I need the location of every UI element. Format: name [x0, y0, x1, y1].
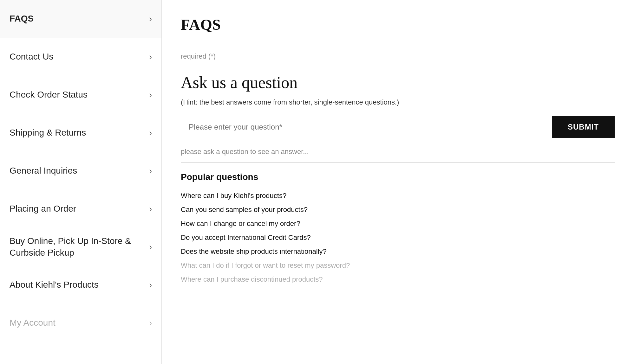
- page-title: FAQS: [181, 16, 615, 33]
- sidebar-item-label: General Inquiries: [10, 165, 77, 176]
- sidebar-item-general-inquiries[interactable]: General Inquiries›: [0, 152, 161, 190]
- sidebar-item-contact-us[interactable]: Contact Us›: [0, 38, 161, 76]
- sidebar-item-about-kiehls[interactable]: About Kiehl's Products›: [0, 266, 161, 304]
- answer-placeholder: please ask a question to see an answer..…: [181, 148, 615, 163]
- popular-question-item[interactable]: Does the website ship products internati…: [181, 247, 615, 256]
- popular-question-item[interactable]: Do you accept International Credit Cards…: [181, 233, 615, 242]
- sidebar-item-label: Shipping & Returns: [10, 127, 86, 138]
- question-form: SUBMIT: [181, 116, 615, 138]
- chevron-right-icon: ›: [149, 52, 152, 62]
- submit-button[interactable]: SUBMIT: [552, 116, 615, 138]
- popular-questions-title: Popular questions: [181, 172, 615, 182]
- sidebar-item-placing-an-order[interactable]: Placing an Order›: [0, 190, 161, 228]
- main-content: FAQS required (*) Ask us a question (Hin…: [162, 0, 634, 364]
- sidebar-item-label: FAQS: [10, 13, 34, 24]
- popular-question-item[interactable]: How can I change or cancel my order?: [181, 220, 615, 228]
- sidebar-item-label: About Kiehl's Products: [10, 279, 99, 291]
- popular-question-item[interactable]: Where can I purchase discontinued produc…: [181, 275, 615, 284]
- ask-hint: (Hint: the best answers come from shorte…: [181, 98, 615, 106]
- sidebar-item-label: Buy Online, Pick Up In-Store & Curbside …: [10, 235, 149, 259]
- sidebar-item-label: Placing an Order: [10, 203, 76, 214]
- popular-question-item[interactable]: Can you send samples of your products?: [181, 206, 615, 214]
- chevron-right-icon: ›: [149, 280, 152, 290]
- sidebar-item-label: Contact Us: [10, 51, 54, 62]
- required-note: required (*): [181, 52, 615, 61]
- sidebar-item-check-order-status[interactable]: Check Order Status›: [0, 76, 161, 114]
- sidebar-item-faqs[interactable]: FAQS›: [0, 0, 161, 38]
- chevron-right-icon: ›: [149, 90, 152, 100]
- popular-question-item[interactable]: What can I do if I forgot or want to res…: [181, 261, 615, 270]
- sidebar-item-label: Check Order Status: [10, 89, 88, 100]
- ask-title: Ask us a question: [181, 73, 615, 92]
- chevron-right-icon: ›: [149, 242, 152, 252]
- chevron-right-icon: ›: [149, 204, 152, 214]
- question-input[interactable]: [181, 116, 552, 138]
- chevron-right-icon: ›: [149, 318, 152, 328]
- chevron-right-icon: ›: [149, 128, 152, 138]
- sidebar-item-my-account[interactable]: My Account›: [0, 304, 161, 342]
- chevron-right-icon: ›: [149, 14, 152, 24]
- popular-question-item[interactable]: Where can I buy Kiehl's products?: [181, 192, 615, 200]
- sidebar-item-label: My Account: [10, 317, 56, 329]
- popular-questions-list: Where can I buy Kiehl's products?Can you…: [181, 192, 615, 284]
- sidebar-item-buy-online[interactable]: Buy Online, Pick Up In-Store & Curbside …: [0, 228, 161, 266]
- sidebar-item-shipping-returns[interactable]: Shipping & Returns›: [0, 114, 161, 152]
- sidebar: FAQS›Contact Us›Check Order Status›Shipp…: [0, 0, 162, 364]
- chevron-right-icon: ›: [149, 166, 152, 176]
